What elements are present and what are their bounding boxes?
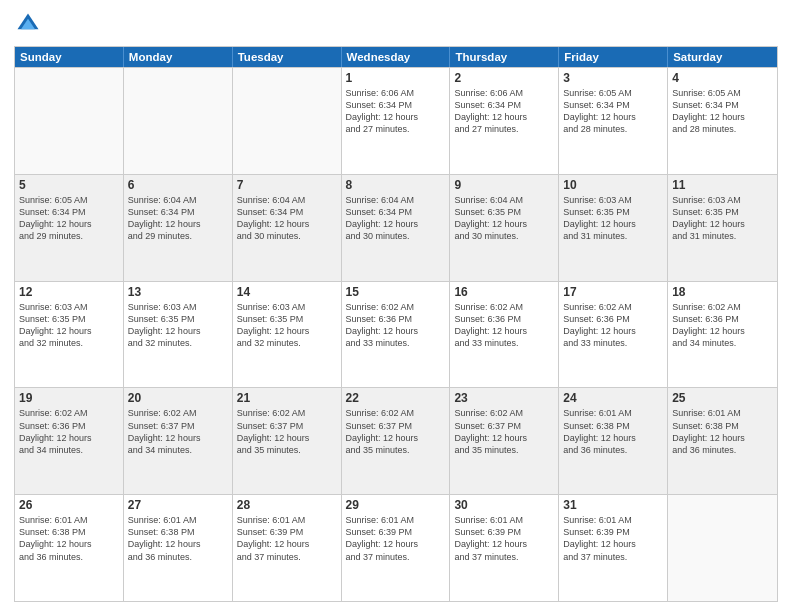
calendar-cell: 12Sunrise: 6:03 AM Sunset: 6:35 PM Dayli… [15,282,124,388]
day-info: Sunrise: 6:03 AM Sunset: 6:35 PM Dayligh… [19,301,119,350]
day-number: 10 [563,178,663,192]
day-info: Sunrise: 6:05 AM Sunset: 6:34 PM Dayligh… [672,87,773,136]
calendar-row: 12Sunrise: 6:03 AM Sunset: 6:35 PM Dayli… [15,281,777,388]
calendar-cell: 26Sunrise: 6:01 AM Sunset: 6:38 PM Dayli… [15,495,124,601]
day-number: 15 [346,285,446,299]
day-info: Sunrise: 6:02 AM Sunset: 6:36 PM Dayligh… [454,301,554,350]
calendar-header-cell: Thursday [450,47,559,67]
day-info: Sunrise: 6:04 AM Sunset: 6:34 PM Dayligh… [346,194,446,243]
calendar-cell [233,68,342,174]
day-number: 31 [563,498,663,512]
day-number: 18 [672,285,773,299]
day-number: 19 [19,391,119,405]
calendar-cell: 8Sunrise: 6:04 AM Sunset: 6:34 PM Daylig… [342,175,451,281]
day-info: Sunrise: 6:04 AM Sunset: 6:34 PM Dayligh… [128,194,228,243]
day-number: 11 [672,178,773,192]
day-info: Sunrise: 6:06 AM Sunset: 6:34 PM Dayligh… [454,87,554,136]
day-number: 13 [128,285,228,299]
day-info: Sunrise: 6:03 AM Sunset: 6:35 PM Dayligh… [128,301,228,350]
calendar-cell: 10Sunrise: 6:03 AM Sunset: 6:35 PM Dayli… [559,175,668,281]
day-info: Sunrise: 6:02 AM Sunset: 6:36 PM Dayligh… [563,301,663,350]
calendar-cell: 23Sunrise: 6:02 AM Sunset: 6:37 PM Dayli… [450,388,559,494]
calendar-cell: 4Sunrise: 6:05 AM Sunset: 6:34 PM Daylig… [668,68,777,174]
calendar-header-row: SundayMondayTuesdayWednesdayThursdayFrid… [15,47,777,67]
day-number: 24 [563,391,663,405]
calendar-cell: 6Sunrise: 6:04 AM Sunset: 6:34 PM Daylig… [124,175,233,281]
calendar-header-cell: Monday [124,47,233,67]
day-info: Sunrise: 6:03 AM Sunset: 6:35 PM Dayligh… [672,194,773,243]
day-info: Sunrise: 6:01 AM Sunset: 6:38 PM Dayligh… [563,407,663,456]
calendar-header-cell: Wednesday [342,47,451,67]
day-number: 26 [19,498,119,512]
calendar-header-cell: Friday [559,47,668,67]
day-number: 29 [346,498,446,512]
calendar-cell: 1Sunrise: 6:06 AM Sunset: 6:34 PM Daylig… [342,68,451,174]
day-number: 20 [128,391,228,405]
calendar-cell: 27Sunrise: 6:01 AM Sunset: 6:38 PM Dayli… [124,495,233,601]
day-number: 8 [346,178,446,192]
calendar-cell: 3Sunrise: 6:05 AM Sunset: 6:34 PM Daylig… [559,68,668,174]
day-info: Sunrise: 6:01 AM Sunset: 6:38 PM Dayligh… [672,407,773,456]
day-number: 23 [454,391,554,405]
calendar-row: 5Sunrise: 6:05 AM Sunset: 6:34 PM Daylig… [15,174,777,281]
day-number: 9 [454,178,554,192]
calendar-cell: 2Sunrise: 6:06 AM Sunset: 6:34 PM Daylig… [450,68,559,174]
calendar-cell [668,495,777,601]
day-info: Sunrise: 6:01 AM Sunset: 6:39 PM Dayligh… [563,514,663,563]
calendar-cell: 20Sunrise: 6:02 AM Sunset: 6:37 PM Dayli… [124,388,233,494]
calendar-cell: 21Sunrise: 6:02 AM Sunset: 6:37 PM Dayli… [233,388,342,494]
day-info: Sunrise: 6:05 AM Sunset: 6:34 PM Dayligh… [563,87,663,136]
calendar-row: 1Sunrise: 6:06 AM Sunset: 6:34 PM Daylig… [15,67,777,174]
day-info: Sunrise: 6:02 AM Sunset: 6:37 PM Dayligh… [454,407,554,456]
day-info: Sunrise: 6:05 AM Sunset: 6:34 PM Dayligh… [19,194,119,243]
day-number: 27 [128,498,228,512]
calendar-row: 26Sunrise: 6:01 AM Sunset: 6:38 PM Dayli… [15,494,777,601]
calendar-cell: 25Sunrise: 6:01 AM Sunset: 6:38 PM Dayli… [668,388,777,494]
calendar-cell: 18Sunrise: 6:02 AM Sunset: 6:36 PM Dayli… [668,282,777,388]
day-info: Sunrise: 6:02 AM Sunset: 6:36 PM Dayligh… [672,301,773,350]
day-number: 4 [672,71,773,85]
day-info: Sunrise: 6:04 AM Sunset: 6:35 PM Dayligh… [454,194,554,243]
calendar-header-cell: Saturday [668,47,777,67]
day-number: 22 [346,391,446,405]
calendar: SundayMondayTuesdayWednesdayThursdayFrid… [14,46,778,602]
day-number: 25 [672,391,773,405]
day-number: 5 [19,178,119,192]
calendar-row: 19Sunrise: 6:02 AM Sunset: 6:36 PM Dayli… [15,387,777,494]
day-info: Sunrise: 6:01 AM Sunset: 6:39 PM Dayligh… [346,514,446,563]
calendar-cell: 24Sunrise: 6:01 AM Sunset: 6:38 PM Dayli… [559,388,668,494]
day-info: Sunrise: 6:04 AM Sunset: 6:34 PM Dayligh… [237,194,337,243]
day-info: Sunrise: 6:02 AM Sunset: 6:36 PM Dayligh… [19,407,119,456]
day-info: Sunrise: 6:01 AM Sunset: 6:38 PM Dayligh… [19,514,119,563]
logo-icon [14,10,42,38]
day-number: 30 [454,498,554,512]
day-number: 6 [128,178,228,192]
day-number: 1 [346,71,446,85]
day-info: Sunrise: 6:01 AM Sunset: 6:39 PM Dayligh… [237,514,337,563]
calendar-cell: 22Sunrise: 6:02 AM Sunset: 6:37 PM Dayli… [342,388,451,494]
day-info: Sunrise: 6:02 AM Sunset: 6:37 PM Dayligh… [237,407,337,456]
calendar-cell: 28Sunrise: 6:01 AM Sunset: 6:39 PM Dayli… [233,495,342,601]
day-info: Sunrise: 6:03 AM Sunset: 6:35 PM Dayligh… [563,194,663,243]
calendar-cell: 29Sunrise: 6:01 AM Sunset: 6:39 PM Dayli… [342,495,451,601]
day-info: Sunrise: 6:01 AM Sunset: 6:39 PM Dayligh… [454,514,554,563]
day-number: 2 [454,71,554,85]
day-info: Sunrise: 6:02 AM Sunset: 6:37 PM Dayligh… [128,407,228,456]
calendar-body: 1Sunrise: 6:06 AM Sunset: 6:34 PM Daylig… [15,67,777,601]
calendar-cell [124,68,233,174]
calendar-cell [15,68,124,174]
day-number: 3 [563,71,663,85]
logo [14,10,46,38]
day-number: 7 [237,178,337,192]
day-info: Sunrise: 6:03 AM Sunset: 6:35 PM Dayligh… [237,301,337,350]
calendar-cell: 15Sunrise: 6:02 AM Sunset: 6:36 PM Dayli… [342,282,451,388]
calendar-cell: 30Sunrise: 6:01 AM Sunset: 6:39 PM Dayli… [450,495,559,601]
calendar-cell: 13Sunrise: 6:03 AM Sunset: 6:35 PM Dayli… [124,282,233,388]
day-number: 12 [19,285,119,299]
calendar-cell: 7Sunrise: 6:04 AM Sunset: 6:34 PM Daylig… [233,175,342,281]
day-info: Sunrise: 6:02 AM Sunset: 6:36 PM Dayligh… [346,301,446,350]
calendar-cell: 11Sunrise: 6:03 AM Sunset: 6:35 PM Dayli… [668,175,777,281]
calendar-cell: 16Sunrise: 6:02 AM Sunset: 6:36 PM Dayli… [450,282,559,388]
day-number: 28 [237,498,337,512]
calendar-cell: 5Sunrise: 6:05 AM Sunset: 6:34 PM Daylig… [15,175,124,281]
